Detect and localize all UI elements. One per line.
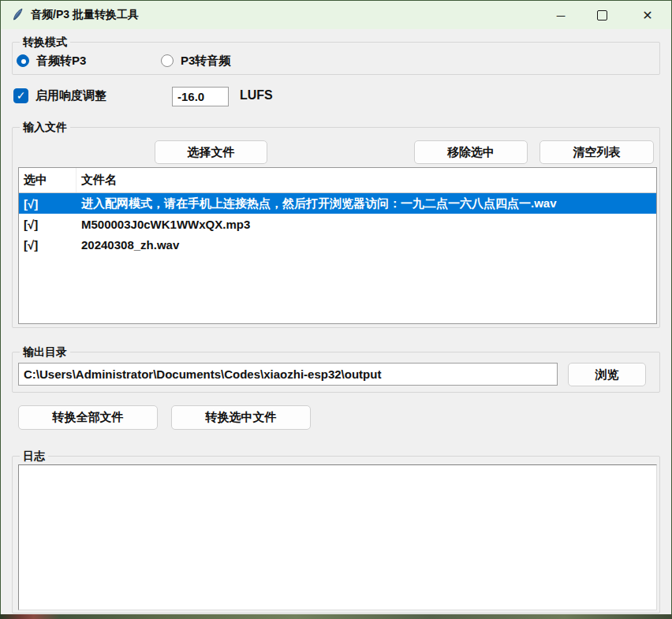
conversion-mode-label: 转换模式 (20, 35, 70, 50)
radio-p3-to-audio[interactable]: P3转音频 (161, 53, 230, 69)
desktop-background: 音频/P3 批量转换工具 ─ ✕ 转换模式 音频转P3 P3转音频 (0, 0, 672, 619)
select-files-button[interactable]: 选择文件 (155, 140, 267, 164)
lufs-unit-label: LUFS (240, 88, 273, 103)
check-icon: ✓ (17, 89, 26, 102)
app-window: 音频/P3 批量转换工具 ─ ✕ 转换模式 音频转P3 P3转音频 (0, 0, 672, 614)
close-button[interactable]: ✕ (627, 1, 668, 29)
radio-icon (17, 54, 29, 67)
loudness-checkbox-label: 启用响度调整 (35, 88, 106, 103)
window-title: 音频/P3 批量转换工具 (31, 8, 139, 22)
row-filename-cell[interactable]: M500003J0cWK1WWxQX.mp3 (77, 218, 656, 231)
maximize-icon (597, 10, 607, 21)
table-row[interactable]: [√]20240308_zh.wav (19, 234, 656, 255)
log-textarea[interactable] (18, 464, 657, 610)
row-checked-cell[interactable]: [√] (19, 197, 77, 211)
remove-selected-button[interactable]: 移除选中 (414, 140, 528, 164)
output-directory-label: 输出目录 (20, 345, 70, 360)
table-row[interactable]: [√]M500003J0cWK1WWxQX.mp3 (19, 214, 656, 234)
header-checked-column[interactable]: 选中 (19, 168, 77, 192)
input-files-label: 输入文件 (20, 120, 70, 135)
row-filename-cell[interactable]: 20240308_zh.wav (77, 238, 656, 252)
browse-button[interactable]: 浏览 (568, 363, 646, 386)
output-path-input[interactable] (18, 363, 558, 386)
loudness-checkbox[interactable]: ✓ (13, 88, 28, 103)
radio-audio-to-p3-label: 音频转P3 (36, 54, 86, 69)
table-row[interactable]: [√]进入配网模式，请在手机上连接热点，然后打开浏览器访问：一九二点一六八点四点… (19, 193, 656, 214)
maximize-button[interactable] (581, 1, 622, 29)
row-filename-cell[interactable]: 进入配网模式，请在手机上连接热点，然后打开浏览器访问：一九二点一六八点四点一.w… (77, 196, 656, 211)
convert-all-button[interactable]: 转换全部文件 (18, 405, 158, 430)
log-label: 日志 (20, 449, 48, 464)
titlebar[interactable]: 音频/P3 批量转换工具 ─ ✕ (1, 1, 671, 29)
file-table: 选中 文件名 [√]进入配网模式，请在手机上连接热点，然后打开浏览器访问：一九二… (18, 167, 657, 324)
file-table-header[interactable]: 选中 文件名 (19, 168, 656, 193)
conversion-mode-group: 转换模式 (12, 42, 660, 75)
minimize-button[interactable]: ─ (540, 1, 581, 29)
convert-selected-button[interactable]: 转换选中文件 (171, 405, 311, 430)
minimize-icon: ─ (557, 9, 566, 22)
radio-audio-to-p3[interactable]: 音频转P3 (17, 53, 86, 69)
close-icon: ✕ (642, 8, 652, 23)
radio-icon (161, 54, 174, 67)
clear-list-button[interactable]: 清空列表 (539, 140, 654, 164)
header-filename-column[interactable]: 文件名 (77, 173, 656, 188)
radio-p3-to-audio-label: P3转音频 (181, 54, 230, 69)
file-table-body: [√]进入配网模式，请在手机上连接热点，然后打开浏览器访问：一九二点一六八点四点… (19, 193, 656, 255)
loudness-value-input[interactable] (172, 87, 229, 106)
loudness-checkbox-row[interactable]: ✓ 启用响度调整 (13, 87, 106, 104)
app-feather-icon (11, 8, 24, 22)
row-checked-cell[interactable]: [√] (19, 238, 77, 252)
row-checked-cell[interactable]: [√] (19, 218, 77, 231)
